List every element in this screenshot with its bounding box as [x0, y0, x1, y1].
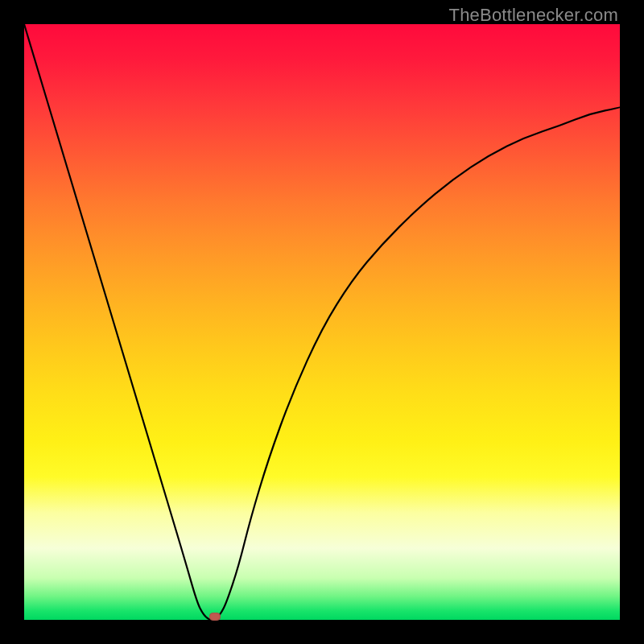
optimum-marker	[209, 613, 221, 621]
chart-frame: TheBottlenecker.com	[0, 0, 644, 644]
plot-area	[24, 24, 620, 620]
watermark-text: TheBottlenecker.com	[449, 5, 618, 26]
bottleneck-curve	[24, 24, 620, 620]
